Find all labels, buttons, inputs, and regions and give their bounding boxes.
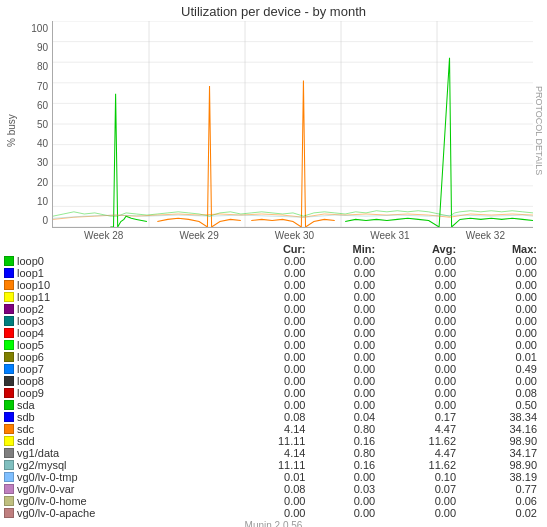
legend-cur: 11.11 bbox=[233, 435, 314, 447]
legend-header: Max: bbox=[464, 243, 545, 255]
legend-avg: 0.00 bbox=[383, 363, 464, 375]
y-tick: 10 bbox=[37, 196, 48, 207]
legend-color-swatch bbox=[4, 508, 14, 518]
y-tick: 70 bbox=[37, 81, 48, 92]
y-tick: 90 bbox=[37, 42, 48, 53]
legend-row: vg0/lv-0-var0.080.030.070.77 bbox=[2, 483, 545, 495]
legend-min: 0.00 bbox=[313, 507, 383, 519]
legend-row: vg0/lv-0-apache0.000.000.000.02 bbox=[2, 507, 545, 519]
legend-min: 0.00 bbox=[313, 471, 383, 483]
legend-cur: 4.14 bbox=[233, 423, 314, 435]
legend-max: 98.90 bbox=[464, 435, 545, 447]
legend-avg: 11.62 bbox=[383, 435, 464, 447]
chart-canvas bbox=[52, 21, 533, 228]
legend-device-name: loop5 bbox=[17, 339, 44, 351]
chart-title: Utilization per device - by month bbox=[2, 4, 545, 19]
legend-min: 0.80 bbox=[313, 423, 383, 435]
legend-table: Cur:Min:Avg:Max: loop00.000.000.000.00lo… bbox=[2, 243, 545, 519]
y-ticks: 1009080706050403020100 bbox=[20, 21, 52, 228]
x-axis-label: Week 30 bbox=[247, 230, 342, 241]
legend-color-swatch bbox=[4, 460, 14, 470]
legend-color-swatch bbox=[4, 412, 14, 422]
legend-max: 0.08 bbox=[464, 387, 545, 399]
legend-min: 0.00 bbox=[313, 399, 383, 411]
legend-color-swatch bbox=[4, 484, 14, 494]
legend-max: 0.00 bbox=[464, 267, 545, 279]
legend-max: 0.49 bbox=[464, 363, 545, 375]
legend-max: 0.01 bbox=[464, 351, 545, 363]
y-tick: 50 bbox=[37, 119, 48, 130]
legend-cur: 0.00 bbox=[233, 339, 314, 351]
legend-cur: 0.00 bbox=[233, 315, 314, 327]
legend-avg: 0.00 bbox=[383, 387, 464, 399]
legend-row: loop50.000.000.000.00 bbox=[2, 339, 545, 351]
legend-header bbox=[2, 243, 233, 255]
legend-max: 0.00 bbox=[464, 303, 545, 315]
legend-cur: 0.00 bbox=[233, 351, 314, 363]
legend-cur: 0.00 bbox=[233, 399, 314, 411]
y-tick: 20 bbox=[37, 177, 48, 188]
y-tick: 40 bbox=[37, 138, 48, 149]
legend-max: 0.00 bbox=[464, 315, 545, 327]
legend-avg: 0.00 bbox=[383, 339, 464, 351]
legend-min: 0.00 bbox=[313, 351, 383, 363]
legend-cur: 0.01 bbox=[233, 471, 314, 483]
legend-row: vg2/mysql11.110.1611.6298.90 bbox=[2, 459, 545, 471]
legend-row: vg0/lv-0-tmp0.010.000.1038.19 bbox=[2, 471, 545, 483]
legend-device-name: sdc bbox=[17, 423, 34, 435]
legend-min: 0.16 bbox=[313, 435, 383, 447]
legend-avg: 0.00 bbox=[383, 327, 464, 339]
legend-min: 0.00 bbox=[313, 303, 383, 315]
legend-cur: 0.00 bbox=[233, 303, 314, 315]
legend-cur: 0.08 bbox=[233, 483, 314, 495]
legend-row: loop00.000.000.000.00 bbox=[2, 255, 545, 267]
legend-color-swatch bbox=[4, 448, 14, 458]
legend-row: loop10.000.000.000.00 bbox=[2, 267, 545, 279]
legend-max: 0.00 bbox=[464, 375, 545, 387]
legend-header: Min: bbox=[313, 243, 383, 255]
legend-color-swatch bbox=[4, 472, 14, 482]
legend-cur: 0.00 bbox=[233, 363, 314, 375]
legend-device-name: vg0/lv-0-apache bbox=[17, 507, 95, 519]
legend-max: 34.16 bbox=[464, 423, 545, 435]
legend-row: sda0.000.000.000.50 bbox=[2, 399, 545, 411]
legend-device-name: loop7 bbox=[17, 363, 44, 375]
legend-row: loop90.000.000.000.08 bbox=[2, 387, 545, 399]
legend-cur: 0.08 bbox=[233, 411, 314, 423]
legend-device-name: loop10 bbox=[17, 279, 50, 291]
legend-avg: 0.00 bbox=[383, 279, 464, 291]
legend-device-name: loop1 bbox=[17, 267, 44, 279]
legend-avg: 0.00 bbox=[383, 351, 464, 363]
legend-min: 0.00 bbox=[313, 495, 383, 507]
legend-row: sdb0.080.040.1738.34 bbox=[2, 411, 545, 423]
munin-credit: Munin 2.0.56 bbox=[2, 520, 545, 527]
legend-cur: 11.11 bbox=[233, 459, 314, 471]
legend-max: 0.50 bbox=[464, 399, 545, 411]
legend-color-swatch bbox=[4, 376, 14, 386]
legend-row: loop100.000.000.000.00 bbox=[2, 279, 545, 291]
legend-color-swatch bbox=[4, 256, 14, 266]
legend-color-swatch bbox=[4, 316, 14, 326]
legend-device-name: loop11 bbox=[17, 291, 50, 303]
right-label: PROTOCOL DETAILS bbox=[533, 21, 545, 241]
legend-header: Cur: bbox=[233, 243, 314, 255]
y-tick: 30 bbox=[37, 157, 48, 168]
legend-device-name: sda bbox=[17, 399, 35, 411]
legend-avg: 0.00 bbox=[383, 303, 464, 315]
legend-avg: 0.00 bbox=[383, 291, 464, 303]
legend-row: loop30.000.000.000.00 bbox=[2, 315, 545, 327]
legend-cur: 0.00 bbox=[233, 495, 314, 507]
legend-min: 0.00 bbox=[313, 339, 383, 351]
legend-row: loop80.000.000.000.00 bbox=[2, 375, 545, 387]
legend-max: 0.06 bbox=[464, 495, 545, 507]
legend-device-name: vg0/lv-0-home bbox=[17, 495, 87, 507]
legend-min: 0.00 bbox=[313, 375, 383, 387]
legend-avg: 0.00 bbox=[383, 267, 464, 279]
y-tick: 100 bbox=[31, 23, 48, 34]
legend-max: 38.34 bbox=[464, 411, 545, 423]
legend-min: 0.80 bbox=[313, 447, 383, 459]
legend-avg: 0.00 bbox=[383, 375, 464, 387]
legend-device-name: loop6 bbox=[17, 351, 44, 363]
legend-row: sdc4.140.804.4734.16 bbox=[2, 423, 545, 435]
legend-device-name: vg0/lv-0-tmp bbox=[17, 471, 78, 483]
